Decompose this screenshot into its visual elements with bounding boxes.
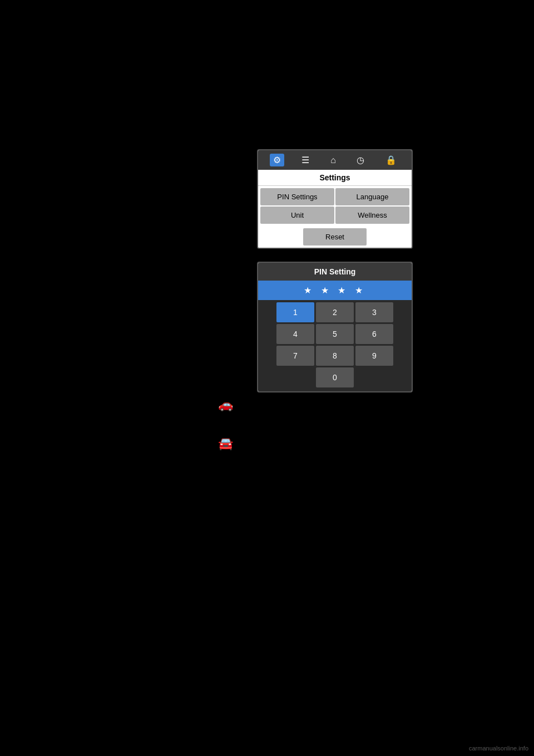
gear-icon[interactable]: ⚙ [270,154,284,166]
timer-icon[interactable]: ◷ [353,154,368,166]
watermark-icon-1: 🚗 [218,397,233,412]
pin-key-4[interactable]: 4 [276,324,314,344]
pin-key-7[interactable]: 7 [276,346,314,366]
settings-grid: PIN Settings Language Unit Wellness [258,186,412,226]
unit-button[interactable]: Unit [260,207,334,224]
pin-key-0[interactable]: 0 [316,367,354,387]
pin-key-3[interactable]: 3 [355,302,393,322]
language-button[interactable]: Language [335,188,409,205]
pin-row-4: 0 [260,367,409,387]
reset-button[interactable]: Reset [303,228,367,246]
settings-title: Settings [258,170,412,186]
home-icon[interactable]: ⌂ [327,154,339,166]
pin-row-2: 4 5 6 [260,324,409,344]
pin-keypad: 1 2 3 4 5 6 7 8 9 0 [258,300,412,391]
branding-text: carmanualsonline.info [469,745,528,752]
wellness-button[interactable]: Wellness [335,207,409,224]
pin-key-6[interactable]: 6 [355,324,393,344]
pin-key-9[interactable]: 9 [355,346,393,366]
settings-panel: ⚙ ☰ ⌂ ◷ 🔒 Settings PIN Settings Language… [257,149,413,249]
settings-topbar: ⚙ ☰ ⌂ ◷ 🔒 [258,150,412,170]
pin-row-3: 7 8 9 [260,346,409,366]
pin-row-1: 1 2 3 [260,302,409,322]
watermark-icon-2: 🚘 [218,436,233,451]
pin-settings-button[interactable]: PIN Settings [260,188,334,205]
pin-display: ★ ★ ★ ★ [258,281,412,300]
pin-key-5[interactable]: 5 [316,324,354,344]
pin-key-2[interactable]: 2 [316,302,354,322]
lock-icon[interactable]: 🔒 [382,154,400,166]
pin-title: PIN Setting [258,263,412,281]
pin-panel: PIN Setting ★ ★ ★ ★ 1 2 3 4 5 6 7 8 9 0 [257,262,413,392]
signal-icon[interactable]: ☰ [298,154,313,166]
reset-row: Reset [258,226,412,248]
pin-key-1[interactable]: 1 [276,302,314,322]
pin-key-8[interactable]: 8 [316,346,354,366]
